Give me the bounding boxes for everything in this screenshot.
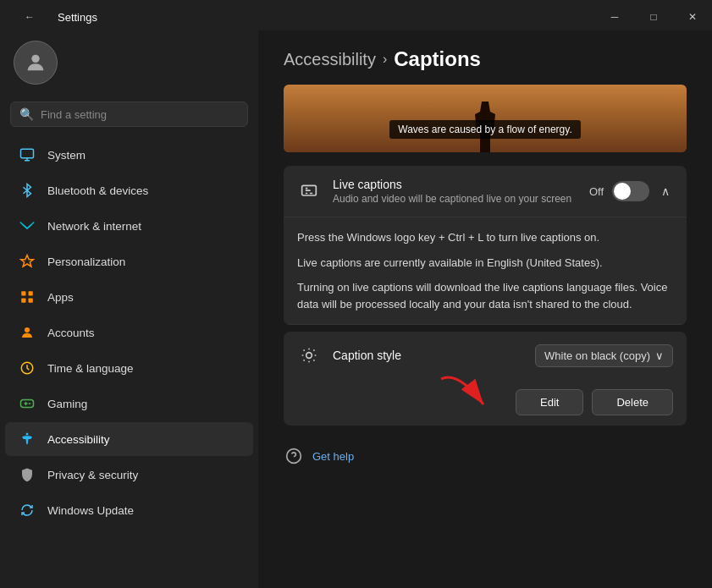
system-icon	[19, 146, 36, 163]
svg-rect-2	[21, 291, 25, 295]
sidebar-item-bluetooth[interactable]: Bluetooth & devices	[5, 173, 253, 207]
sidebar-item-network-label: Network & internet	[47, 220, 141, 233]
svg-point-0	[31, 55, 39, 63]
caption-style-value: White on black (copy)	[544, 349, 650, 362]
sidebar-item-network[interactable]: Network & internet	[5, 209, 253, 243]
sidebar-item-privacy[interactable]: Privacy & security	[5, 458, 253, 492]
close-button[interactable]: ✕	[673, 2, 712, 32]
svg-rect-1	[21, 149, 34, 158]
time-icon	[19, 360, 36, 376]
sidebar-item-personalization[interactable]: Personalization	[5, 245, 253, 278]
info-line-2: Live captions are currently available in…	[297, 255, 673, 272]
sidebar-item-bluetooth-label: Bluetooth & devices	[47, 184, 148, 197]
sidebar-item-privacy-label: Privacy & security	[47, 469, 138, 481]
live-captions-status: Off	[589, 185, 604, 198]
sidebar-item-personalization-label: Personalization	[47, 256, 125, 268]
accessibility-icon	[19, 431, 36, 448]
sidebar-item-accounts[interactable]: Accounts	[5, 316, 253, 349]
search-box[interactable]: 🔍	[10, 102, 248, 127]
breadcrumb-chevron: ›	[383, 52, 387, 67]
sidebar-item-time[interactable]: Time & language	[5, 351, 253, 385]
titlebar: ← Settings ─ □ ✕	[0, 0, 712, 30]
svg-rect-3	[29, 291, 33, 295]
svg-rect-4	[21, 299, 25, 303]
get-help-label: Get help	[312, 450, 354, 463]
sidebar-item-accounts-label: Accounts	[47, 327, 95, 339]
maximize-button[interactable]: □	[634, 2, 673, 32]
sidebar-item-update[interactable]: Windows Update	[5, 493, 253, 527]
live-captions-card: Live captions Audio and video will be ca…	[284, 166, 687, 325]
sidebar-item-gaming[interactable]: Gaming	[5, 387, 253, 420]
accounts-icon	[19, 324, 36, 341]
update-icon	[19, 502, 36, 519]
sidebar-item-update-label: Windows Update	[47, 504, 134, 517]
get-help[interactable]: Get help	[258, 432, 712, 480]
live-captions-desc: Audio and video will be captioned live o…	[333, 193, 577, 205]
live-captions-title: Live captions	[333, 178, 577, 191]
sidebar-item-apps[interactable]: Apps	[5, 280, 253, 314]
breadcrumb-parent: Accessibility	[284, 50, 376, 69]
back-button[interactable]: ←	[10, 2, 49, 32]
sidebar: 🔍 System Bluetooth & devices Network & i…	[0, 30, 258, 588]
caption-style-card: Caption style White on black (copy) ∨	[284, 332, 687, 426]
live-captions-expand-button[interactable]: ∧	[658, 181, 673, 201]
minimize-button[interactable]: ─	[595, 2, 634, 32]
sidebar-item-gaming-label: Gaming	[47, 398, 87, 410]
privacy-icon	[19, 466, 36, 483]
svg-point-6	[25, 327, 30, 332]
live-captions-expanded: Press the Windows logo key + Ctrl + L to…	[284, 217, 687, 325]
info-line-3: Turning on live captions will download t…	[297, 279, 673, 312]
caption-style-row: Caption style White on black (copy) ∨	[284, 332, 687, 379]
sidebar-item-time-label: Time & language	[47, 362, 134, 375]
user-icon	[24, 51, 47, 74]
dropdown-chevron-icon: ∨	[655, 349, 664, 362]
sidebar-item-accessibility[interactable]: Accessibility	[5, 422, 253, 456]
sidebar-item-system-label: System	[47, 149, 86, 162]
info-line-1: Press the Windows logo key + Ctrl + L to…	[297, 229, 673, 246]
caption-style-label: Caption style	[333, 349, 523, 362]
titlebar-title: Settings	[58, 11, 97, 24]
page-header: Accessibility › Captions	[258, 30, 712, 85]
avatar	[14, 41, 58, 85]
content-area: Accessibility › Captions Waves are cause…	[258, 30, 712, 588]
get-help-icon	[284, 446, 304, 466]
svg-point-9	[26, 433, 29, 436]
search-icon: 🔍	[19, 107, 34, 121]
sidebar-item-apps-label: Apps	[47, 291, 74, 304]
caption-text-overlay: Waves are caused by a flow of energy.	[389, 120, 580, 139]
svg-rect-5	[29, 299, 33, 303]
network-icon	[19, 217, 36, 234]
svg-point-11	[306, 353, 312, 359]
action-buttons-row: Edit Delete	[284, 379, 687, 426]
personalization-icon	[19, 253, 36, 270]
live-captions-toggle[interactable]	[612, 181, 649, 201]
live-captions-control: Off ∧	[589, 181, 673, 201]
search-input[interactable]	[41, 108, 239, 121]
live-captions-row: Live captions Audio and video will be ca…	[284, 166, 687, 217]
toggle-thumb	[614, 183, 631, 200]
sidebar-item-system[interactable]: System	[5, 138, 253, 172]
caption-style-dropdown[interactable]: White on black (copy) ∨	[535, 344, 673, 367]
titlebar-controls: ─ □ ✕	[595, 2, 712, 32]
page-title: Captions	[394, 47, 481, 71]
bluetooth-icon	[19, 182, 36, 199]
delete-button[interactable]: Delete	[592, 389, 673, 415]
titlebar-left: ← Settings	[10, 2, 97, 32]
edit-button[interactable]: Edit	[516, 389, 583, 415]
apps-icon	[19, 289, 36, 305]
user-profile[interactable]	[0, 30, 258, 98]
gaming-icon	[19, 395, 36, 412]
main-layout: 🔍 System Bluetooth & devices Network & i…	[0, 30, 712, 588]
live-captions-info: Live captions Audio and video will be ca…	[333, 178, 577, 205]
sidebar-item-accessibility-label: Accessibility	[47, 433, 110, 446]
caption-preview: Waves are caused by a flow of energy.	[284, 85, 687, 152]
caption-style-icon	[297, 343, 321, 367]
live-captions-icon	[297, 179, 321, 203]
